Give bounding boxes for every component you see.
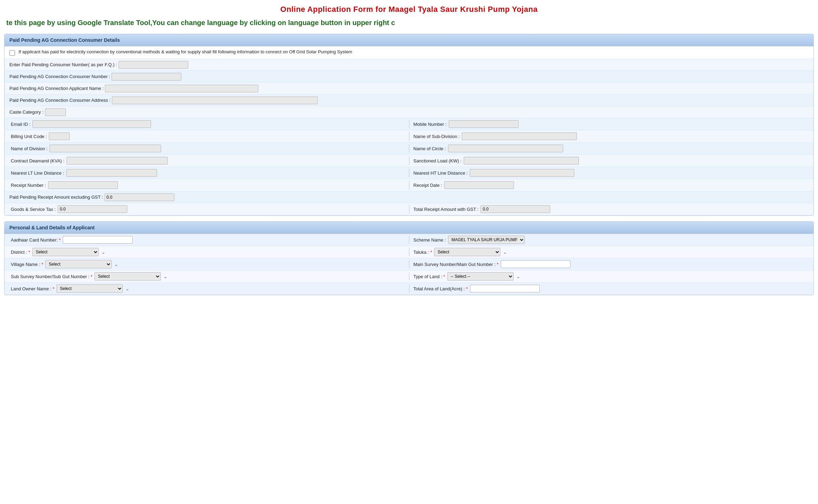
receipt-amount-label: Paid Pending Receipt Amount excluding GS… — [9, 194, 103, 200]
gst-total-row: Goods & Service Tax : Total Receipt Amou… — [5, 203, 813, 215]
district-select[interactable]: Select — [32, 248, 99, 256]
division-circle-row: Name of Division : Name of Circle : — [5, 143, 813, 155]
taluka-label: Taluka : — [414, 250, 432, 255]
contract-demand-input[interactable] — [67, 157, 168, 165]
sub-division-label: Name of Sub-Division : — [414, 134, 460, 139]
consumer-number-input[interactable] — [119, 61, 188, 69]
ag-consumer-number-label: Paid Pending AG Connection Consumer Numb… — [9, 74, 110, 79]
district-label: District : — [11, 250, 30, 255]
email-mobile-row: Email ID : Mobile Number : — [5, 118, 813, 130]
consumer-number-label: Enter Paid Pending Consumer Number( as p… — [9, 62, 117, 67]
lt-line-label: Nearest LT Line Distance : — [11, 170, 64, 176]
paid-pending-checkbox[interactable] — [9, 50, 15, 56]
gst-input[interactable] — [58, 205, 127, 213]
ag-consumer-number-input[interactable] — [112, 73, 181, 81]
sub-survey-select[interactable]: Select — [94, 272, 161, 281]
lt-line-input[interactable] — [66, 169, 157, 177]
receipt-amount-input[interactable] — [105, 193, 174, 201]
page-title: Online Application Form for Maagel Tyala… — [0, 0, 818, 17]
village-name-label: Village Name : — [11, 262, 43, 267]
ht-line-input[interactable] — [470, 169, 574, 177]
village-survey-row: Village Name : Select ⌄ Main Survey Numb… — [5, 258, 813, 270]
consumer-number-row: Enter Paid Pending Consumer Number( as p… — [5, 59, 813, 71]
village-name-select[interactable]: Select — [45, 260, 112, 268]
email-id-input[interactable] — [32, 120, 151, 128]
gst-label: Goods & Service Tax : — [11, 207, 55, 212]
sanctioned-load-input[interactable] — [464, 157, 579, 165]
survey-number-label: Main Survey Number/Main Gut Number : — [414, 262, 499, 267]
receipt-date-label: Receipt Date : — [414, 183, 442, 188]
consumer-address-label: Paid Pending AG Connection Consumer Addr… — [9, 98, 111, 103]
personal-land-header: Personal & Land Details of Applicant — [5, 222, 813, 234]
circle-input[interactable] — [448, 145, 563, 152]
receipt-date-input[interactable] — [444, 181, 514, 189]
scheme-name-label: Scheme Name : — [414, 237, 446, 243]
checkbox-row: If applicant has paid for electricity co… — [5, 46, 813, 59]
aadhaar-input[interactable] — [63, 236, 132, 244]
receipt-amount-row: Paid Pending Receipt Amount excluding GS… — [5, 191, 813, 203]
email-id-label: Email ID : — [11, 122, 30, 127]
sub-survey-land-row: Sub Survey Number/Sub Gut Number : Selec… — [5, 270, 813, 283]
division-input[interactable] — [50, 145, 161, 152]
total-area-input[interactable] — [470, 285, 540, 292]
demand-load-row: Contract Deamand (KVA) : Sanctioned Load… — [5, 155, 813, 167]
aadhaar-scheme-row: Aadhaar Card Number: Scheme Name : MAGEL… — [5, 234, 813, 246]
owner-area-row: Land Owner Name : Select ⌄ Total Area of… — [5, 283, 813, 295]
sanctioned-load-label: Sanctioned Load (KW) : — [414, 158, 462, 163]
sub-division-input[interactable] — [462, 132, 577, 140]
billing-unit-code-label: Billing Unit Code : — [11, 134, 47, 139]
type-of-land-label: Type of Land : — [414, 274, 445, 279]
taluka-select[interactable]: Select — [434, 248, 500, 256]
personal-land-section: Personal & Land Details of Applicant Aad… — [4, 221, 814, 295]
billing-unit-code-input[interactable] — [49, 132, 70, 140]
division-label: Name of Division : — [11, 146, 47, 151]
survey-number-input[interactable] — [501, 260, 570, 268]
land-owner-select[interactable]: Select — [56, 284, 123, 293]
consumer-address-input[interactable] — [112, 97, 318, 104]
total-receipt-input[interactable] — [480, 205, 550, 213]
district-taluka-row: District : Select ⌄ Taluka : Select ⌄ — [5, 246, 813, 258]
circle-label: Name of Circle : — [414, 146, 446, 151]
receipt-number-input[interactable] — [48, 181, 118, 189]
ht-line-label: Nearest HT Line Distance : — [414, 170, 468, 176]
sub-survey-label: Sub Survey Number/Sub Gut Number : — [11, 274, 92, 279]
checkbox-label: If applicant has paid for electricity co… — [18, 49, 352, 54]
type-of-land-select[interactable]: -- Select -- — [447, 272, 514, 281]
receipt-number-label: Receipt Number : — [11, 183, 46, 188]
consumer-address-row: Paid Pending AG Connection Consumer Addr… — [5, 94, 813, 106]
contract-demand-label: Contract Deamand (KVA) : — [11, 158, 65, 163]
billing-subdivision-row: Billing Unit Code : Name of Sub-Division… — [5, 130, 813, 143]
land-owner-label: Land Owner Name : — [11, 286, 54, 291]
lt-ht-row: Nearest LT Line Distance : Nearest HT Li… — [5, 167, 813, 179]
total-area-label: Total Area of Land(Acre) : — [414, 286, 468, 291]
mobile-number-input[interactable] — [449, 120, 518, 128]
paid-pending-header: Paid Pending AG Connection Consumer Deta… — [5, 34, 813, 46]
total-receipt-label: Total Receipt Amount with GST : — [414, 207, 479, 212]
paid-pending-section: Paid Pending AG Connection Consumer Deta… — [4, 34, 814, 216]
mobile-number-label: Mobile Number : — [414, 122, 447, 127]
aadhaar-label: Aadhaar Card Number: — [11, 237, 61, 243]
translate-bar: te this page by using Google Translate T… — [0, 17, 818, 30]
caste-category-row: Caste Category : — [5, 106, 813, 118]
applicant-name-row: Paid Pending AG Connection Applicant Nam… — [5, 83, 813, 94]
receipt-row: Receipt Number : Receipt Date : — [5, 179, 813, 191]
caste-category-input[interactable] — [45, 108, 66, 116]
scheme-name-select[interactable]: MAGEL TYALA SAUR URJA PUMP — [448, 236, 525, 244]
caste-category-label: Caste Category : — [9, 109, 44, 115]
ag-consumer-number-row: Paid Pending AG Connection Consumer Numb… — [5, 71, 813, 83]
applicant-name-label: Paid Pending AG Connection Applicant Nam… — [9, 86, 104, 91]
applicant-name-input[interactable] — [105, 85, 258, 92]
